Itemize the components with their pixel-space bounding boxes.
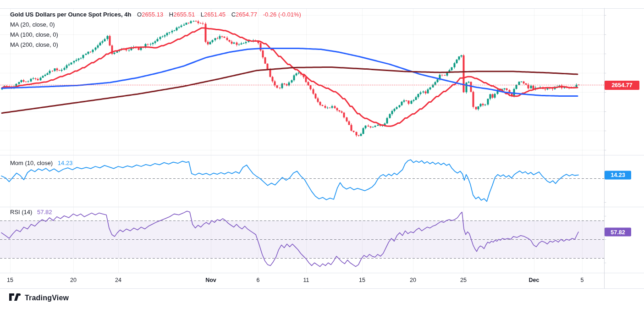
tradingview-brand-text: TradingView [25, 294, 69, 302]
chart-canvas[interactable] [0, 0, 644, 309]
rsi-legend-row[interactable]: RSI (14) 57.82 [10, 209, 52, 216]
momentum-label: Mom (10, close) [10, 160, 53, 166]
tradingview-chart-window: Gold US Dollars per Ounce Spot Prices, 4… [0, 0, 644, 309]
time-tick-label: 6 [257, 277, 260, 283]
time-tick-label: 20 [70, 277, 77, 283]
time-tick-label: 15 [359, 277, 365, 283]
time-tick-label: 5 [581, 277, 584, 283]
time-axis[interactable]: 152024Nov611152025Dec5 [0, 273, 644, 288]
ma100-label: MA (100, close, 0) [10, 31, 58, 38]
ohlc-high: H2655.51 [165, 11, 195, 18]
ma200-legend-row[interactable]: MA (200, close, 0) [10, 41, 58, 49]
time-tick-label: 11 [303, 277, 309, 283]
momentum-legend-row[interactable]: Mom (10, close) 14.23 [10, 160, 72, 167]
price-change: -0.26 (-0.01%) [263, 11, 301, 18]
ma20-legend-row[interactable]: MA (20, close, 0) [10, 21, 55, 28]
tradingview-logo-icon [9, 293, 21, 303]
time-tick-label: Dec [529, 277, 539, 283]
time-tick-label: Nov [205, 277, 216, 283]
ohlc-low: L2651.45 [197, 11, 226, 18]
ma20-label: MA (20, close, 0) [10, 21, 55, 28]
ma200-label: MA (200, close, 0) [10, 41, 58, 48]
momentum-value: 14.23 [58, 160, 73, 166]
time-tick-label: 24 [115, 277, 121, 283]
price-axis[interactable]: 2800.002760.002720.002680.002640.002600.… [604, 8, 644, 289]
rsi-label: RSI (14) [10, 209, 32, 215]
rsi-value: 57.82 [37, 209, 52, 215]
time-tick-label: 25 [460, 277, 467, 283]
ma100-legend-row[interactable]: MA (100, close, 0) [10, 31, 58, 39]
ohlc-open: O2655.13 [133, 11, 163, 18]
ohlc-close: C2654.77 [227, 11, 257, 18]
symbol-legend-row[interactable]: Gold US Dollars per Ounce Spot Prices, 4… [10, 11, 301, 18]
time-tick-label: 15 [7, 277, 13, 283]
time-tick-label: 20 [410, 277, 416, 283]
tradingview-logo[interactable]: TradingView [9, 293, 69, 303]
symbol-title: Gold US Dollars per Ounce Spot Prices, 4… [10, 11, 131, 18]
